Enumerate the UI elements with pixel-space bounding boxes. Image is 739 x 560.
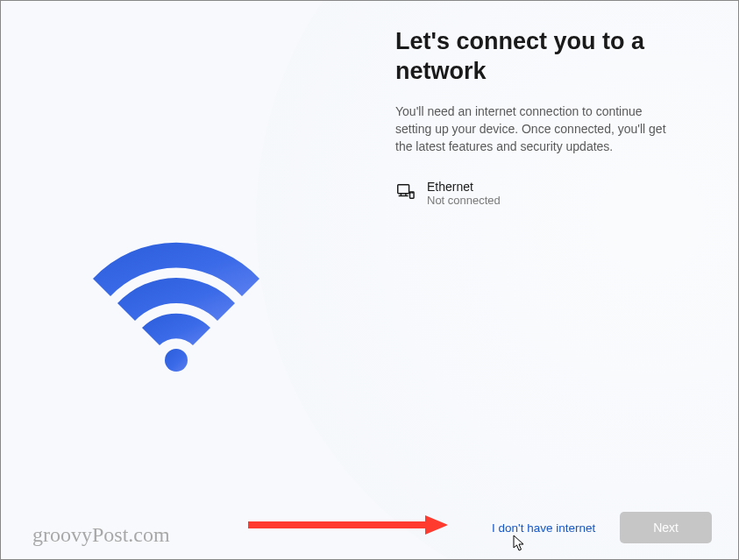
page-title: Let's connect you to a network (395, 27, 686, 87)
watermark-text: groovyPost.com (32, 523, 170, 547)
main-panel: Let's connect you to a network You'll ne… (352, 1, 738, 559)
network-status: Not connected (427, 194, 501, 207)
page-description: You'll need an internet connection to co… (395, 103, 667, 156)
next-button[interactable]: Next (620, 512, 712, 543)
wifi-icon (84, 230, 268, 383)
content-area: Let's connect you to a network You'll ne… (1, 1, 738, 559)
svg-marker-9 (425, 515, 448, 535)
ethernet-icon (395, 181, 415, 201)
cursor-pointer-icon (513, 535, 525, 552)
svg-rect-1 (398, 185, 409, 194)
network-item-ethernet[interactable]: Ethernet Not connected (395, 176, 686, 210)
svg-point-0 (165, 349, 188, 372)
network-name: Ethernet (427, 180, 501, 194)
network-info: Ethernet Not connected (427, 180, 501, 207)
skip-internet-link[interactable]: I don't have internet (492, 521, 595, 535)
illustration-panel (1, 1, 352, 559)
annotation-arrow-icon (245, 514, 448, 540)
